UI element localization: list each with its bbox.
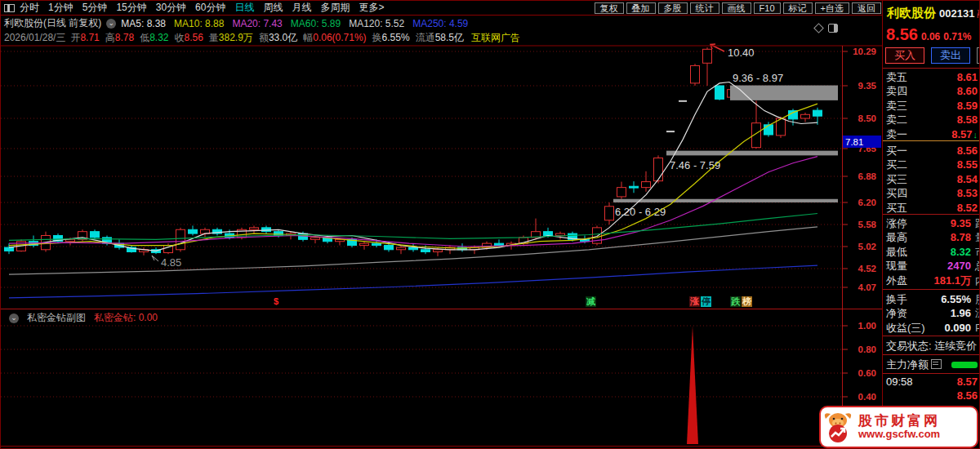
- stat-row-收益(三): 收益(三)0.090P: [886, 321, 978, 335]
- watermark-url: www.gscfw.com: [858, 429, 940, 440]
- svg-text:8.50: 8.50: [858, 113, 876, 123]
- svg-text:7.81: 7.81: [845, 137, 863, 147]
- svg-text:0.60: 0.60: [858, 368, 876, 378]
- panel-stock-title: 利欧股份002131融: [887, 6, 980, 21]
- order-book-row-买四: 买四8.53: [886, 186, 978, 200]
- clipped-label: 内: [975, 273, 980, 287]
- svg-text:7.46 - 7.59: 7.46 - 7.59: [670, 159, 720, 171]
- svg-text:4.07: 4.07: [858, 282, 876, 292]
- event-marker-$[interactable]: $: [273, 296, 279, 307]
- order-book-row-买五: 买五8.52: [886, 201, 978, 215]
- tick-time: 09:58: [886, 376, 913, 388]
- price-row: 8.560.060.71%: [886, 25, 971, 44]
- clipped-label: P: [975, 321, 980, 335]
- clipped-button[interactable]: [977, 47, 980, 64]
- clipped-label: 流: [975, 306, 980, 320]
- tick-row: 09:58 8.57: [886, 376, 978, 388]
- event-marker-跌[interactable]: 跌: [730, 296, 741, 307]
- tick-price-1: 8.57: [957, 376, 978, 388]
- svg-text:9.36 - 8.97: 9.36 - 8.97: [733, 72, 783, 84]
- price-change-pct: 0.71%: [943, 31, 971, 42]
- indicator-value: 私密金钻: 0.00: [94, 311, 158, 325]
- svg-text:10.29: 10.29: [853, 47, 876, 56]
- collapse-icon[interactable]: ⌄: [9, 313, 19, 323]
- svg-text:9.35: 9.35: [858, 81, 877, 91]
- order-book-row-卖五: 卖五8.61: [886, 70, 978, 84]
- svg-text:4.85: 4.85: [161, 256, 181, 269]
- main-net-bar: [951, 362, 978, 368]
- event-marker-减[interactable]: 减: [586, 296, 596, 307]
- main-net-label: 主力净额: [886, 358, 929, 371]
- clipped-label: 量: [975, 230, 980, 244]
- order-book-row-卖四: 卖四8.60: [886, 84, 978, 98]
- svg-text:4.52: 4.52: [858, 264, 876, 273]
- stock-code: 002131: [939, 7, 974, 20]
- event-marker-涨[interactable]: 涨: [689, 296, 700, 307]
- svg-text:6.20: 6.20: [858, 198, 876, 207]
- svg-text:6.88: 6.88: [858, 171, 877, 181]
- clipped-label: 市: [975, 245, 980, 259]
- svg-text:0.80: 0.80: [858, 345, 876, 354]
- stat-row-外盘: 外盘181.1万内: [886, 273, 978, 287]
- order-book-row-卖三: 卖三8.59: [886, 99, 978, 113]
- clipped-label: 跌: [975, 216, 980, 230]
- trade-status: 交易状态: 连续竞价: [886, 339, 977, 353]
- order-book-row-卖一: 卖一8.57↓: [886, 127, 978, 141]
- stat-row-最低: 最低8.32市: [886, 245, 978, 259]
- stat-row-最高: 最高8.78量: [886, 230, 978, 244]
- indicator-name: 私密金钻副图: [27, 311, 86, 325]
- svg-text:5.02: 5.02: [858, 242, 876, 251]
- down-arrow-icon: ↓: [973, 130, 978, 140]
- stat-row-净资: 净资1.96流: [886, 306, 978, 320]
- clipped-label: 总: [975, 259, 980, 273]
- stat-row-现量: 现量2470总: [886, 259, 978, 273]
- order-book-row-买一: 买一8.56: [886, 144, 978, 158]
- tick-price-2: 8.56: [957, 389, 978, 402]
- bull-logo-icon: [821, 409, 855, 445]
- event-marker-停[interactable]: 停: [701, 296, 711, 307]
- trade-buttons: 买入 卖出: [885, 47, 980, 64]
- sell-button[interactable]: 卖出: [931, 47, 970, 64]
- candlestick-chart[interactable]: 10.299.358.507.656.886.205.585.024.524.0…: [1, 1, 883, 449]
- watermark: 股市财富网 www.gscfw.com: [819, 406, 978, 448]
- stock-name: 利欧股份: [887, 6, 936, 20]
- margin-badge: 融: [977, 8, 980, 20]
- svg-text:10.40: 10.40: [728, 47, 755, 59]
- trading-app-window: 分时1分钟5分钟15分钟30分钟60分钟日线周线月线多周期更多> 复权叠加多股统…: [0, 0, 980, 449]
- main-net-row: 主力净额: [886, 358, 978, 372]
- stat-row-换手: 换手6.55%股: [886, 292, 978, 306]
- event-marker-榜[interactable]: 榜: [742, 296, 752, 307]
- svg-text:1.00: 1.00: [858, 321, 876, 331]
- svg-text:5.58: 5.58: [858, 220, 877, 229]
- order-book-row-买三: 买三8.54: [886, 172, 978, 186]
- stat-row-涨停: 涨停9.35跌: [886, 216, 978, 230]
- quote-panel: 利欧股份002131融 8.560.060.71% 买入 卖出 卖五8.61卖四…: [883, 1, 980, 449]
- order-book-row-卖二: 卖二8.58: [886, 113, 978, 127]
- svg-text:0.40: 0.40: [858, 392, 876, 402]
- clipped-label: 股: [975, 292, 980, 306]
- watermark-name: 股市财富网: [858, 414, 940, 429]
- last-price: 8.56: [886, 25, 918, 43]
- buy-button[interactable]: 买入: [885, 47, 924, 64]
- list-icon[interactable]: [931, 359, 942, 369]
- price-change: 0.06: [921, 31, 940, 42]
- order-book-row-买二: 买二8.55: [886, 158, 978, 171]
- sub-indicator-header: ⌄ 私密金钻副图 私密金钻: 0.00: [4, 311, 158, 325]
